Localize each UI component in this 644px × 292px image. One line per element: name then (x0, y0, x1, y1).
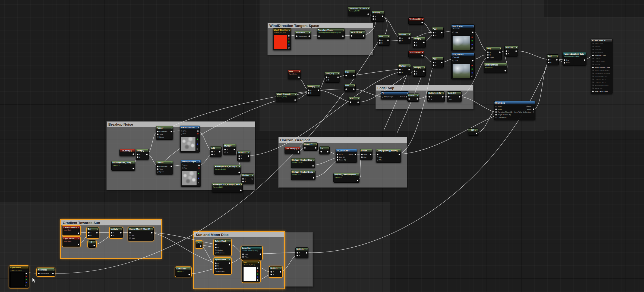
pin[interactable] (248, 155, 249, 157)
node-const-025[interactable]: 0.25▾ (468, 128, 478, 136)
pin[interactable] (433, 32, 434, 33)
pin[interactable] (129, 235, 131, 236)
pin[interactable] (306, 252, 307, 254)
collapse-icon[interactable]: ▾ (557, 55, 558, 57)
collapse-icon[interactable]: ▾ (78, 226, 79, 228)
collapse-icon[interactable]: ▾ (171, 162, 172, 164)
collapse-icon[interactable]: ▾ (252, 174, 253, 176)
pin[interactable] (382, 15, 383, 17)
pin[interactable] (257, 267, 258, 269)
collapse-icon[interactable]: ▾ (309, 32, 310, 33)
pin[interactable] (357, 180, 358, 181)
pin[interactable] (26, 282, 27, 283)
collapse-icon[interactable]: ▾ (443, 92, 444, 94)
pin[interactable] (219, 151, 220, 153)
pin[interactable] (487, 54, 489, 56)
collapse-icon[interactable]: ▾ (298, 148, 299, 150)
pin[interactable] (288, 47, 290, 49)
pin[interactable] (471, 65, 473, 66)
pin[interactable] (592, 91, 594, 92)
pin[interactable] (433, 64, 434, 66)
pin[interactable] (229, 262, 230, 264)
collapse-icon[interactable]: ▾ (417, 94, 418, 96)
pin[interactable] (448, 99, 450, 100)
collapse-icon[interactable]: ▴ (473, 25, 473, 27)
pin[interactable] (137, 156, 138, 158)
pin[interactable] (288, 41, 290, 43)
collapse-icon[interactable]: ▾ (248, 151, 249, 153)
pin[interactable] (584, 59, 585, 61)
pin[interactable] (229, 244, 230, 246)
collapse-icon[interactable]: ▾ (280, 267, 281, 269)
collapse-icon[interactable]: ▾ (314, 171, 314, 173)
pin[interactable] (592, 88, 594, 89)
pin[interactable] (382, 96, 383, 98)
collapse-icon[interactable]: ▾ (295, 93, 296, 95)
node-sky-texture-1[interactable]: Sky_Texture▴Param2DUVs (451, 24, 475, 51)
pin[interactable] (548, 62, 550, 63)
collapse-icon[interactable]: ▾ (354, 71, 355, 73)
node-multiply-bright[interactable]: Multiply▾AB (504, 46, 518, 57)
pin[interactable] (471, 44, 473, 45)
pin[interactable] (337, 159, 338, 161)
node-breakup-tiling[interactable]: BreakupNoise_Tiling▾Param (1) (111, 161, 135, 171)
pin[interactable] (318, 89, 319, 91)
pin[interactable] (399, 37, 401, 39)
pin[interactable] (372, 15, 374, 17)
pin[interactable] (433, 62, 434, 63)
collapse-icon[interactable]: ▾ (338, 73, 339, 74)
pin[interactable] (242, 178, 244, 180)
pin[interactable] (326, 76, 327, 78)
collapse-icon[interactable]: ▴ (258, 261, 259, 263)
pin[interactable] (257, 276, 258, 278)
pin[interactable] (408, 69, 410, 70)
node-multiply-sun-grad[interactable]: Multiply▾AB (110, 227, 123, 238)
pin[interactable] (304, 147, 306, 149)
pin[interactable] (387, 39, 389, 41)
pin[interactable] (592, 70, 594, 71)
pin[interactable] (197, 133, 199, 135)
pin[interactable] (242, 253, 244, 255)
pin[interactable] (171, 131, 172, 132)
node-wind-strength[interactable]: Wind_Strength▾Param (0.05) (276, 92, 297, 102)
node-add-half-a[interactable]: Add(,0.5)▾AB (325, 72, 340, 83)
pin[interactable] (441, 62, 443, 63)
pin[interactable] (215, 247, 217, 248)
node-multiply-noise2[interactable]: Multiply▾AB (237, 151, 250, 161)
pin[interactable] (548, 59, 550, 61)
node-multiply-sun1[interactable]: Multiply▾AB (269, 266, 282, 277)
pin[interactable] (26, 273, 27, 274)
node-horizon-scale[interactable]: Horizon_GradientScale▾Param (1.4) (291, 170, 315, 180)
collapse-icon[interactable]: ▾ (318, 86, 319, 88)
pin[interactable] (592, 55, 594, 56)
pin[interactable] (592, 43, 594, 44)
pin[interactable] (296, 35, 298, 37)
pin[interactable] (476, 133, 477, 134)
collapse-icon[interactable]: ▾ (371, 150, 371, 152)
collapse-icon[interactable]: ▾ (364, 31, 364, 33)
pin[interactable] (132, 168, 134, 169)
pin[interactable] (421, 22, 423, 23)
pin[interactable] (533, 108, 534, 110)
pin[interactable] (296, 255, 298, 256)
pin[interactable] (428, 99, 430, 100)
pin[interactable] (318, 35, 320, 37)
collapse-icon[interactable]: ▾ (171, 127, 172, 129)
collapse-icon[interactable]: ▾ (358, 174, 358, 176)
node-height-lerp[interactable]: HeightLerp▾A (V3)ResultsB (V3)AlphaTrans… (494, 101, 535, 120)
pin[interactable] (308, 89, 310, 91)
collapse-icon[interactable]: ▾ (354, 85, 355, 86)
pin[interactable] (487, 51, 489, 53)
pin[interactable] (298, 76, 300, 78)
pin[interactable] (592, 61, 594, 62)
pin[interactable] (26, 276, 27, 277)
node-add-half-b[interactable]: Add(,0.5)▾AB (447, 91, 462, 102)
pin[interactable] (367, 13, 369, 15)
pin[interactable] (379, 42, 381, 44)
pin[interactable] (215, 249, 217, 251)
collapse-icon[interactable]: ▾ (199, 161, 200, 163)
pin[interactable] (428, 96, 430, 98)
collapse-icon[interactable]: ▾ (516, 46, 517, 48)
pin[interactable] (251, 178, 253, 180)
pin[interactable] (399, 72, 401, 73)
